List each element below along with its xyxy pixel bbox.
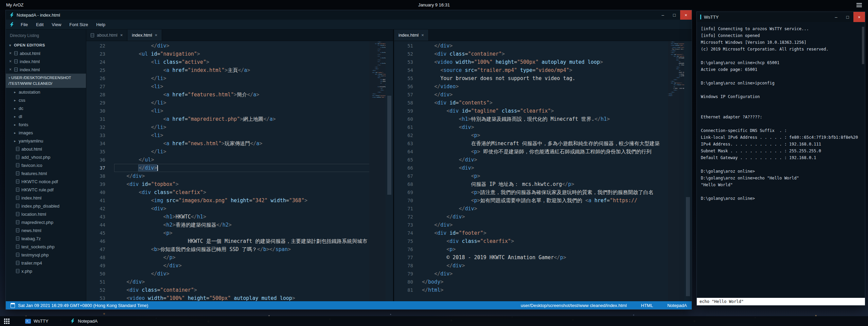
code-line[interactable]: 34 <a href="news.html">玩家傳送門</a>	[86, 139, 393, 148]
code-line[interactable]: 22 </div>	[86, 42, 393, 50]
code-line[interactable]: 46 HKWTC 是一個 Minecraft 的建築伺服器，主要建築計劃包括鐵路…	[86, 237, 393, 245]
code-line[interactable]: 27 <li>	[86, 82, 393, 91]
code-line[interactable]: 77 © 2018 - 2019 HKWTC Animation Gamer</…	[394, 253, 692, 262]
menu-help[interactable]: Help	[92, 22, 109, 27]
code-line[interactable]: 41 <img src="images/box.png" height="342…	[86, 196, 393, 205]
code-line[interactable]: 73 </div>	[394, 221, 692, 229]
scrollbar-thumb[interactable]	[862, 27, 864, 64]
code-line[interactable]: 62 <p>	[394, 131, 692, 139]
code-line[interactable]: 50 </div>	[86, 270, 393, 278]
tree-file[interactable]: HKWTC rule.pdf	[6, 186, 86, 194]
close-icon[interactable]: ×	[853, 12, 865, 22]
code-editor[interactable]: 22 </div>23 <ul id="navigation">24 <li c…	[86, 41, 393, 301]
code-line[interactable]: 67 <p>	[394, 172, 692, 180]
close-icon[interactable]: ×	[8, 51, 12, 56]
code-line[interactable]: 51 </div>	[394, 42, 692, 50]
taskbar-item-wstty[interactable]: >_WsTTY	[21, 316, 52, 326]
tree-file[interactable]: news.html	[6, 226, 86, 234]
tree-folder[interactable]: ▸css	[6, 96, 86, 104]
hamburger-menu-icon[interactable]	[856, 3, 862, 7]
open-editors-section[interactable]: ▾ OPEN EDITORS	[6, 41, 86, 49]
code-line[interactable]: 33 <li>	[86, 131, 393, 139]
minimap[interactable]: </div> <div class="container"> <video wi…	[668, 41, 684, 301]
terminal-input[interactable]: echo "Hello World"	[697, 298, 865, 305]
taskbar-item-notepada[interactable]: NotepadA	[66, 316, 102, 326]
code-line[interactable]: 57 </div>	[394, 91, 692, 99]
code-line[interactable]: 44 <h2>香港的建築伺服器</h2>	[86, 221, 393, 229]
code-line[interactable]: 58 <div id="contents">	[394, 99, 692, 107]
code-line[interactable]: 36 </ul>	[86, 156, 393, 164]
code-line[interactable]: 71 </div>	[394, 205, 692, 213]
code-line[interactable]: 65 </div>	[394, 156, 692, 164]
code-line[interactable]: 72 </div>	[394, 213, 692, 221]
code-line[interactable]: 51 </div>	[86, 278, 393, 286]
code-line[interactable]: 29 </li>	[86, 99, 393, 107]
tree-file[interactable]: x.php	[6, 267, 86, 275]
code-line[interactable]: 49 </div>	[86, 262, 393, 270]
tree-file[interactable]: testmysql.php	[6, 251, 86, 259]
code-line[interactable]: 37 </div>	[86, 164, 393, 172]
tree-file[interactable]: trailer.mp4	[6, 259, 86, 267]
tree-folder[interactable]: ▸fonts	[6, 120, 86, 129]
code-line[interactable]: 56 </video>	[394, 82, 692, 91]
minimize-icon[interactable]: –	[830, 12, 842, 22]
tree-file[interactable]: favicon.ico	[6, 161, 86, 169]
code-line[interactable]: 39 <div id="topbox">	[86, 180, 393, 188]
code-line[interactable]: 47 <b>你知道我們全線伺服器已轉用 SSD 了嗎？</b></span>	[86, 245, 393, 253]
tree-file[interactable]: index.php_disabled	[6, 202, 86, 210]
scrollbar[interactable]	[684, 41, 692, 301]
code-line[interactable]: 30 <li>	[86, 107, 393, 115]
code-editor[interactable]: 51 </div>52 <div class="container">53 <v…	[394, 41, 692, 301]
tree-folder[interactable]: ▸images	[6, 129, 86, 137]
editor-tab[interactable]: about.html×	[86, 30, 127, 41]
code-line[interactable]: 75 <div class="clearfix">	[394, 237, 692, 245]
tree-file[interactable]: add_vhost.php	[6, 153, 86, 161]
editor-tab[interactable]: index.html×	[127, 30, 162, 41]
terminal-output[interactable]: [info] Conencting to arozos WsTTY servic…	[697, 22, 865, 298]
tree-file[interactable]: HKWTC notice.pdf	[6, 177, 86, 186]
maximize-icon[interactable]: □	[669, 10, 680, 20]
code-line[interactable]: 54 <source src="trailer.mp4" type="video…	[394, 66, 692, 74]
code-line[interactable]: 23 <ul id="navigation">	[86, 50, 393, 58]
code-line[interactable]: 43 <h1>HKWTC</h1>	[86, 213, 393, 221]
code-line[interactable]: 64 <p> 即使你不是建築師，你也能透過紅石師或鐵路工程師的身份加入我們的行列	[394, 148, 692, 156]
code-line[interactable]: 40 <div class="clearfix">	[86, 188, 393, 196]
open-editor-item[interactable]: ×index.html	[6, 65, 86, 74]
code-line[interactable]: 26 </li>	[86, 74, 393, 82]
code-line[interactable]: 52 <div class="container">	[394, 50, 692, 58]
code-line[interactable]: 53 <video width="100%" height="500px" au…	[394, 58, 692, 66]
tree-file[interactable]: mapredirect.php	[6, 218, 86, 226]
code-line[interactable]: 68 伺服器 IP 地址為： mcs.hkwtc.org</p>	[394, 180, 692, 188]
scrollbar[interactable]	[386, 41, 393, 301]
code-line[interactable]: 48 </p>	[86, 253, 393, 262]
open-editor-item[interactable]: ×about.html	[6, 49, 86, 57]
code-line[interactable]: 38 </div>	[86, 172, 393, 180]
code-line[interactable]: 74 <div id="footer">	[394, 229, 692, 237]
tree-file[interactable]: index.html	[6, 194, 86, 202]
tree-file[interactable]: location.html	[6, 210, 86, 218]
tree-folder[interactable]: ▸dc	[6, 104, 86, 112]
editor-tab[interactable]: index.html×	[394, 30, 429, 41]
menu-file[interactable]: File	[17, 22, 32, 27]
app-launcher-grid-icon[interactable]	[4, 319, 10, 324]
minimize-icon[interactable]: –	[657, 10, 669, 20]
tree-folder[interactable]: ▸dl	[6, 112, 86, 120]
code-line[interactable]: 31 <a href="mapredirect.php">網上地圖</a>	[86, 115, 393, 123]
tab-close-icon[interactable]: ×	[155, 33, 158, 38]
code-line[interactable]: 69 <p>請注意，我們的伺服器為確保玩家及遊玩時的質素，我們對的服務開啟了白名	[394, 188, 692, 196]
tree-file[interactable]: about.html	[6, 145, 86, 153]
scrollbar-thumb[interactable]	[686, 197, 690, 296]
wstty-titlebar[interactable]: WsTTY – □ ×	[697, 12, 865, 22]
close-icon[interactable]: ×	[8, 59, 12, 64]
code-line[interactable]: 25 <a href="index.html">主頁</a>	[86, 66, 393, 74]
code-line[interactable]: 35 </li>	[86, 148, 393, 156]
minimap[interactable]: </div> <ul id="navigation"> <li class="a…	[369, 41, 386, 301]
code-line[interactable]: 53 <video width="100%" height="500px" au…	[86, 294, 393, 301]
tree-file[interactable]: test_sockets.php	[6, 243, 86, 251]
code-line[interactable]: 78 </div>	[394, 262, 692, 270]
maximize-icon[interactable]: □	[842, 12, 853, 22]
code-line[interactable]: 59 <div id="tagline" class="clearfix">	[394, 107, 692, 115]
code-line[interactable]: 79 </div>	[394, 270, 692, 278]
code-line[interactable]: 60 <h1>特別為建築及鐵路而設，現代化的 Minecraft 世界.</h1…	[394, 115, 692, 123]
code-line[interactable]: 66 <div>	[394, 164, 692, 172]
